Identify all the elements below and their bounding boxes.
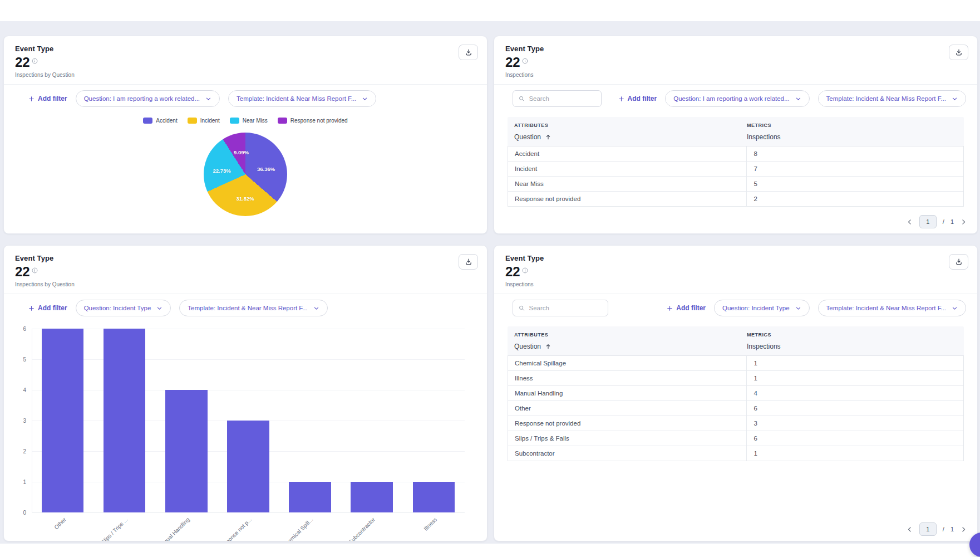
bar-column: Chemical Spill... [279, 329, 341, 512]
question-column-header[interactable]: Question [514, 343, 541, 350]
template-filter-pill[interactable]: Template: Incident & Near Miss Report F.… [228, 90, 376, 107]
table-row[interactable]: Chemical Spillage1 [508, 356, 963, 371]
bar [413, 482, 455, 512]
template-filter-pill[interactable]: Template: Incident & Near Miss Report F.… [818, 300, 966, 316]
results-table: ATTRIBUTES METRICS Question Inspections … [508, 326, 964, 461]
chevron-right-icon [960, 218, 967, 226]
card-subtitle: Inspections [505, 72, 966, 78]
bar [42, 329, 84, 512]
pie-slice-label: 9.09% [234, 149, 249, 155]
previous-page-button[interactable] [906, 526, 913, 533]
card-header: Event Type 22 Inspections [494, 246, 977, 294]
table-row[interactable]: Response not provided2 [508, 192, 963, 206]
card-title: Event Type [505, 254, 966, 262]
question-filter-pill[interactable]: Question: I am reporting a work related.… [665, 90, 809, 107]
add-filter-button[interactable]: Add filter [28, 95, 67, 102]
pie-chart-card: Event Type 22 Inspections by Question Ad… [3, 36, 487, 234]
current-page-box[interactable]: 1 [919, 522, 937, 536]
attributes-header: ATTRIBUTES [514, 123, 747, 128]
metrics-header: METRICS [747, 332, 957, 338]
chevron-down-icon [362, 96, 368, 102]
table-row[interactable]: Accident8 [508, 146, 963, 162]
inspection-count: 22 [15, 56, 30, 69]
template-filter-pill[interactable]: Template: Incident & Near Miss Report F.… [179, 300, 327, 316]
inspections-column-header[interactable]: Inspections [747, 133, 781, 141]
info-icon[interactable] [32, 56, 38, 66]
bar-column: Illness [403, 329, 465, 512]
sort-ascending-icon[interactable] [545, 343, 551, 350]
download-button[interactable] [949, 254, 968, 270]
table-header: ATTRIBUTES METRICS Question Inspections [508, 117, 964, 146]
inspection-count: 22 [505, 56, 520, 69]
download-button[interactable] [459, 45, 478, 60]
y-tick: 4 [23, 387, 26, 393]
search-box [513, 90, 602, 107]
chevron-down-icon [952, 96, 958, 102]
download-icon [465, 48, 472, 56]
table-row[interactable]: Manual Handling4 [508, 386, 963, 401]
table-row[interactable]: Illness1 [508, 371, 963, 386]
results-table: ATTRIBUTES METRICS Question Inspections … [508, 117, 964, 207]
download-icon [955, 48, 963, 56]
inspections-column-header[interactable]: Inspections [747, 343, 781, 350]
chevron-down-icon [795, 305, 801, 311]
add-filter-button[interactable]: Add filter [618, 95, 657, 102]
question-filter-pill[interactable]: Question: I am reporting a work related.… [76, 90, 220, 107]
chevron-down-icon [156, 305, 162, 311]
pie-slice-label: 36.36% [257, 166, 275, 172]
x-tick-label: Other [53, 516, 67, 530]
table-row[interactable]: Incident7 [508, 162, 963, 177]
bar [165, 390, 208, 512]
bar-chart-card: Event Type 22 Inspections by Question Ad… [3, 245, 487, 541]
download-button[interactable] [949, 45, 968, 60]
table-row[interactable]: Subcontractor1 [508, 446, 963, 461]
info-icon[interactable] [32, 266, 38, 276]
question-filter-pill[interactable]: Question: Incident Type [714, 300, 810, 316]
table-row[interactable]: Near Miss5 [508, 177, 963, 192]
page-separator: / [943, 218, 944, 225]
chevron-down-icon [795, 96, 801, 102]
chevron-left-icon [906, 526, 913, 533]
template-filter-pill[interactable]: Template: Incident & Near Miss Report F.… [818, 90, 966, 107]
current-page-box[interactable]: 1 [919, 215, 937, 228]
table-row[interactable]: Response not provided3 [508, 416, 963, 431]
bar-column: Response not p... [217, 329, 279, 512]
sort-ascending-icon[interactable] [545, 134, 551, 140]
search-input[interactable] [529, 305, 602, 311]
card-title: Event Type [505, 45, 966, 53]
pie-slice-label: 22.73% [213, 168, 231, 174]
bar-column: Manual Handling [155, 329, 217, 512]
next-page-button[interactable] [960, 218, 967, 226]
chevron-right-icon [960, 526, 967, 533]
search-input[interactable] [529, 95, 595, 102]
question-filter-pill[interactable]: Question: Incident Type [76, 300, 171, 316]
metrics-header: METRICS [747, 123, 957, 128]
add-filter-button[interactable]: Add filter [667, 304, 706, 312]
search-icon [519, 305, 525, 311]
download-button[interactable] [459, 254, 478, 270]
chevron-left-icon [906, 218, 913, 226]
table-row[interactable]: Slips / Trips & Falls6 [508, 431, 963, 446]
pie-slice-label: 31.82% [237, 196, 254, 202]
legend-item: Near Miss [230, 118, 268, 124]
info-icon[interactable] [522, 266, 528, 276]
y-tick: 3 [23, 418, 26, 424]
bar [227, 421, 269, 512]
next-page-button[interactable] [960, 526, 967, 533]
dashboard-page: Event Type 22 Inspections by Question Ad… [0, 0, 980, 557]
plus-icon [28, 305, 35, 311]
bar-column: Subcontractor [341, 329, 403, 512]
info-icon[interactable] [522, 56, 528, 66]
y-tick: 5 [23, 356, 26, 363]
bar [289, 482, 331, 512]
y-tick: 2 [23, 448, 26, 455]
table-row[interactable]: Other6 [508, 401, 963, 416]
pie-legend: Accident Incident Near Miss Response not… [4, 118, 487, 124]
y-tick: 6 [23, 326, 26, 332]
previous-page-button[interactable] [906, 218, 913, 226]
add-filter-button[interactable]: Add filter [28, 304, 67, 312]
question-column-header[interactable]: Question [514, 133, 541, 141]
chevron-down-icon [952, 305, 958, 311]
card-header: Event Type 22 Inspections by Question [4, 36, 487, 84]
total-pages: 1 [951, 526, 954, 532]
